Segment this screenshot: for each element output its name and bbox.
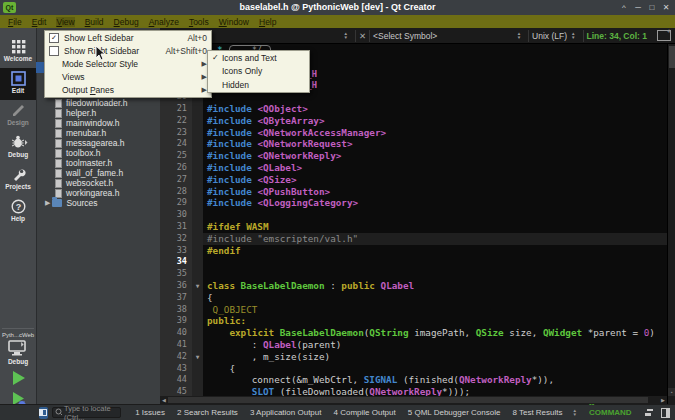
menubar-item-file[interactable]: File: [8, 17, 22, 27]
run-button[interactable]: [11, 370, 27, 390]
tree-item-toolbox-h[interactable]: toolbox.h: [37, 148, 161, 158]
line-ending-dropdown[interactable]: Unix (LF): [532, 31, 567, 41]
code-line-26[interactable]: 26#include <QLabel>: [160, 162, 667, 174]
symbol-dropdown[interactable]: <Select Symbol>: [373, 31, 437, 41]
mode-edit[interactable]: Edit: [0, 68, 36, 100]
code-line-43[interactable]: 43 {: [160, 363, 667, 375]
scroll-left-icon[interactable]: ◀: [160, 396, 168, 404]
fold-marker-icon[interactable]: ▼: [192, 280, 203, 292]
line-ending-arrows-icon[interactable]: ▲▼: [571, 32, 575, 38]
submenu-item-icons-only[interactable]: Icons Only: [208, 65, 309, 79]
code-line-33[interactable]: 33#endif: [160, 245, 667, 257]
file-name: menubar.h: [66, 128, 106, 138]
tree-item-helper-h[interactable]: helper.h: [37, 108, 161, 118]
toggle-left-sidebar-button[interactable]: [39, 407, 48, 419]
output-pane-button-8[interactable]: 8 Test Results: [512, 408, 562, 417]
tree-item-filedownloader-h[interactable]: filedownloader.h: [37, 98, 161, 108]
code-line-32[interactable]: 32#include "emscripten/val.h": [160, 233, 667, 245]
code-line-28[interactable]: 28#include <QPushButton>: [160, 186, 667, 198]
code-line-37[interactable]: 37{: [160, 292, 667, 304]
code-line-24[interactable]: 24#include <QNetworkRequest>: [160, 138, 667, 150]
output-pane-button-5[interactable]: 5 QML Debugger Console: [408, 408, 501, 417]
code-line-44[interactable]: 44 connect(&m_WebCtrl, SIGNAL (finished(…: [160, 374, 667, 386]
titlebar[interactable]: Qt baselabel.h @ PythonicWeb [dev] - Qt …: [0, 0, 675, 15]
minimize-button[interactable]: ─: [631, 0, 645, 15]
file-name: workingarea.h: [66, 188, 119, 198]
close-document-button[interactable]: ✕: [359, 31, 366, 41]
close-button[interactable]: ✕: [659, 0, 673, 15]
tree-item-messagearea-h[interactable]: messagearea.h: [37, 138, 161, 148]
code-line-39[interactable]: 39public:: [160, 315, 667, 327]
mode-projects[interactable]: Projects: [0, 164, 36, 196]
code-line-25[interactable]: 25#include <QNetworkReply>: [160, 150, 667, 162]
output-pane-button-3[interactable]: 3 Application Output: [250, 408, 322, 417]
menubar-item-edit[interactable]: Edit: [32, 17, 47, 27]
menu-item-output-panes[interactable]: Output Panes▶: [45, 84, 211, 97]
horizontal-scrollbar-thumb[interactable]: [168, 397, 648, 403]
menu-item-show-left-sidebar[interactable]: ✓Show Left SidebarAlt+0: [45, 31, 211, 44]
rollup-button[interactable]: ^: [617, 0, 631, 15]
code-line-42[interactable]: 42▼ , m_size(size): [160, 351, 667, 363]
code-line-20[interactable]: 20: [160, 91, 667, 103]
mode-help[interactable]: ?Help: [0, 196, 36, 228]
vertical-scrollbar[interactable]: ▪: [667, 44, 675, 404]
code-line-34[interactable]: 34: [160, 256, 667, 268]
mode-welcome[interactable]: Welcome: [0, 36, 36, 68]
mode-debug[interactable]: Debug: [0, 132, 36, 164]
tree-item-wall_of_fame-h[interactable]: wall_of_fame.h: [37, 168, 161, 178]
submenu-item-hidden[interactable]: Hidden: [208, 78, 309, 92]
maximize-button[interactable]: □: [645, 0, 659, 15]
code-line-22[interactable]: 22#include <QByteArray>: [160, 115, 667, 127]
code-line-38[interactable]: 38 Q_OBJECT: [160, 304, 667, 316]
code-line-23[interactable]: 23#include <QNetworkAccessManager>: [160, 127, 667, 139]
menubar-item-tools[interactable]: Tools: [189, 17, 209, 27]
output-pane-button-4[interactable]: 4 Compile Output: [333, 408, 395, 417]
tree-item-menubar-h[interactable]: menubar.h: [37, 128, 161, 138]
file-dropdown-arrows-icon[interactable]: ▲▼: [343, 32, 347, 38]
output-pane-button-1[interactable]: 1 Issues: [135, 408, 165, 417]
code-line-45[interactable]: 45 SLOT (fileDownloaded(QNetworkReply*))…: [160, 386, 667, 396]
submenu-item-icons-and-text[interactable]: ✓Icons and Text: [208, 51, 309, 65]
code-line-31[interactable]: 31#ifdef WASM: [160, 221, 667, 233]
pane-arrows-icon[interactable]: ▲▼: [573, 409, 577, 415]
code-editor[interactable]: 16*...*/1718_H19_H2021#include <QObject>…: [160, 44, 667, 396]
code-line-40[interactable]: 40 explicit BaseLabelDaemon(QString imag…: [160, 327, 667, 339]
tree-selected-row[interactable]: [36, 62, 44, 73]
vertical-scrollbar-thumb[interactable]: [669, 46, 675, 68]
menu-item-views[interactable]: Views▶: [45, 71, 211, 84]
tree-item-toolmaster-h[interactable]: toolmaster.h: [37, 158, 161, 168]
fold-marker-icon[interactable]: ▼: [192, 351, 203, 363]
maximize-output-pane-icon[interactable]: [645, 409, 652, 416]
symbol-dropdown-arrows-icon[interactable]: ▲▼: [517, 32, 521, 38]
projects-mode-icon: [11, 167, 26, 182]
menu-item-label: Mode Selector Style: [62, 59, 202, 69]
locator-input[interactable]: Type to locate (Ctrl...: [52, 407, 121, 418]
code-line-41[interactable]: 41 : QLabel(parent): [160, 339, 667, 351]
menubar-item-help[interactable]: Help: [259, 17, 276, 27]
code-line-27[interactable]: 27#include <QSize>: [160, 174, 667, 186]
code-line-21[interactable]: 21#include <QObject>: [160, 103, 667, 115]
expand-arrow-icon[interactable]: ▶: [45, 199, 50, 207]
menu-item-mode-selector-style[interactable]: Mode Selector Style▶: [45, 57, 211, 70]
tree-item-websocket-h[interactable]: websocket.h: [37, 178, 161, 188]
split-editor-icon[interactable]: [657, 30, 671, 41]
menubar-item-analyze[interactable]: Analyze: [149, 17, 179, 27]
scroll-right-icon[interactable]: ▶: [659, 396, 667, 404]
tree-item-mainwindow-h[interactable]: mainwindow.h: [37, 118, 161, 128]
code-line-30[interactable]: 30: [160, 209, 667, 221]
code-line-36[interactable]: 36▼class BaseLabelDaemon : public QLabel: [160, 280, 667, 292]
code-line-29[interactable]: 29#include <QLoggingCategory>: [160, 197, 667, 209]
menubar-item-window[interactable]: Window: [219, 17, 249, 27]
toggle-right-sidebar-icon[interactable]: [661, 408, 670, 418]
output-pane-button-2[interactable]: 2 Search Results: [177, 408, 238, 417]
menubar-item-debug[interactable]: Debug: [114, 17, 139, 27]
fold-column: [192, 386, 203, 396]
mode-design[interactable]: Design: [0, 100, 36, 132]
tree-folder-sources[interactable]: ▶Sources: [37, 198, 161, 208]
scrollbar-options-icon[interactable]: ▪: [668, 388, 675, 396]
menubar-item-build[interactable]: Build: [85, 17, 104, 27]
monitor-icon: [8, 340, 28, 357]
menubar-item-view[interactable]: View: [56, 17, 74, 27]
menu-item-show-right-sidebar[interactable]: Show Right SidebarAlt+Shift+0: [45, 44, 211, 57]
code-line-35[interactable]: 35: [160, 268, 667, 280]
